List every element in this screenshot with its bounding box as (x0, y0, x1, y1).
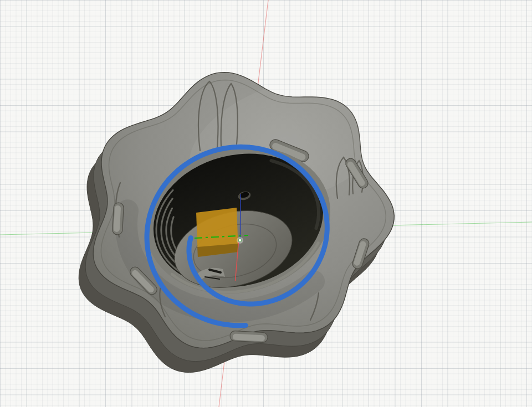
scene-svg (0, 0, 532, 407)
origin-point[interactable] (237, 237, 243, 244)
sketch-axis-line[interactable] (241, 194, 241, 240)
grip-slot-left (112, 203, 124, 235)
viewport-canvas[interactable] (0, 0, 532, 407)
grip-slot-bottom (230, 331, 268, 343)
selected-face-highlight[interactable] (196, 208, 238, 257)
